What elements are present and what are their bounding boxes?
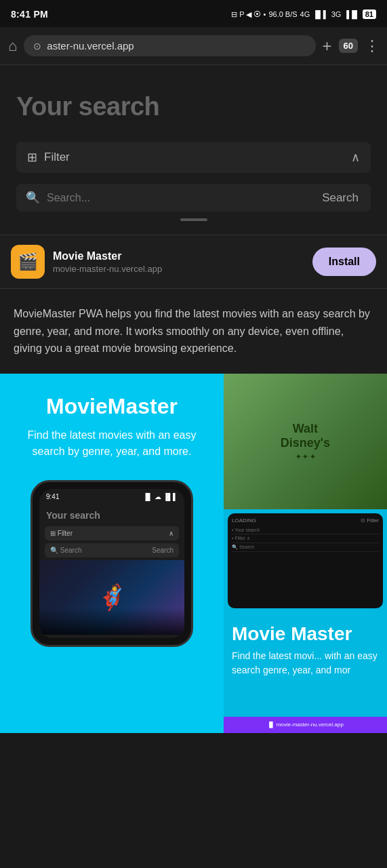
add-tab-icon[interactable]: + [323,37,332,56]
screenshot-card-2: Walt Disney's ✦ ✦ ✦ LOADING ⊙ Filter ▪ Y… [224,374,387,733]
pwa-install-button[interactable]: Install [312,248,376,276]
sc1-subtitle: Find the latest movies with an easy sear… [14,427,210,460]
app-description: MovieMaster PWA helps you find the lates… [0,289,387,374]
filter-left: ⊞ Filter [27,150,70,165]
status-3g: 3G [331,10,342,18]
pwa-app-url: movie-master-nu.vercel.app [53,264,304,274]
status-network: ⊟ P ◀ ⦿ • [231,10,266,19]
sc2-title: Movie Master [232,623,379,645]
sc2-mini-row-1: ▪ Your search [232,526,379,534]
battery-indicator: 81 [363,9,376,19]
mini-phone-screen: 9:41 ▐▌ ☁ ▐▌▌ Your search ⊞ Filter ∧ 🔍 S… [39,489,184,638]
sc2-subtitle: Find the latest movi... with an easy sea… [232,649,379,677]
pwa-install-banner: 🎬 Movie Master movie-master-nu.vercel.ap… [0,235,387,289]
filter-row[interactable]: ⊞ Filter ∧ [16,142,371,173]
status-indicators: ⊟ P ◀ ⦿ • 96.0 B/S 4G ▐▌▌ 3G ▐▐▌ 81 [231,9,376,19]
status-time: 8:41 PM [11,9,48,20]
sc2-mini-header: LOADING ⊙ Filter [232,517,379,524]
sc2-bottom-bar: ▐▌ movie-master-nu.vercel.app [224,717,387,733]
search-icon: 🔍 [26,191,40,205]
sc2-mini-row-3: 🔍 Search [232,543,379,552]
page-title: Your search [16,92,371,121]
home-icon[interactable]: ⌂ [8,37,17,55]
status-signal-bars-2: ▐▐▌ [344,10,359,18]
bottom-handle [180,218,207,221]
browser-menu-icon[interactable]: ⋮ [365,37,379,55]
sc2-title-section: Movie Master Find the latest movi... wit… [224,612,387,677]
filter-icon: ⊞ [27,150,37,165]
status-data-speed: 96.0 B/S [268,10,297,18]
chevron-up-icon: ∧ [351,150,360,165]
search-row: 🔍 Search [16,184,371,212]
sc2-mini-screen: LOADING ⊙ Filter ▪ Your search ▪ Filter … [228,513,383,608]
search-input[interactable] [47,192,312,204]
browser-bar: ⌂ ⊙ aster-nu.vercel.app + 60 ⋮ [0,27,387,65]
mini-movie-poster: 🦸 [39,560,184,635]
pwa-info: Movie Master movie-master-nu.vercel.app [53,250,304,274]
status-bar: 8:41 PM ⊟ P ◀ ⦿ • 96.0 B/S 4G ▐▌▌ 3G ▐▐▌… [0,0,387,27]
mini-page-title: Your search [39,505,184,524]
sc2-poster-text: Walt Disney's ✦ ✦ ✦ [281,422,330,460]
sc2-movie-poster: Walt Disney's ✦ ✦ ✦ [224,374,387,509]
mini-poster-overlay [39,608,184,635]
tab-count-badge[interactable]: 60 [339,39,358,53]
status-signal-bars: ▐▌▌ [312,10,328,18]
mini-search: 🔍 Search Search [45,543,179,557]
mini-filter: ⊞ Filter ∧ [45,526,179,540]
pwa-app-icon: 🎬 [11,245,45,279]
url-icon: ⊙ [33,41,41,52]
mini-phone-mockup: 9:41 ▐▌ ☁ ▐▌▌ Your search ⊞ Filter ∧ 🔍 S… [30,480,193,647]
filter-label: Filter [44,151,70,164]
screenshots-gallery: MovieMaster Find the latest movies with … [0,374,387,733]
description-text: MovieMaster PWA helps you find the lates… [14,305,373,357]
mini-status-bar: 9:41 ▐▌ ☁ ▐▌▌ [39,489,184,505]
sc2-mini-row-2: ▪ Filter ∧ [232,534,379,543]
url-text: aster-nu.vercel.app [47,40,134,52]
screenshot-card-1: MovieMaster Find the latest movies with … [0,374,224,733]
app-content: Your search ⊞ Filter ∧ 🔍 Search [0,65,387,235]
pwa-app-name: Movie Master [53,250,304,262]
sc1-title: MovieMaster [46,394,178,419]
url-bar[interactable]: ⊙ aster-nu.vercel.app [24,35,315,56]
status-4g: 4G [300,10,310,18]
search-button[interactable]: Search [319,191,361,205]
